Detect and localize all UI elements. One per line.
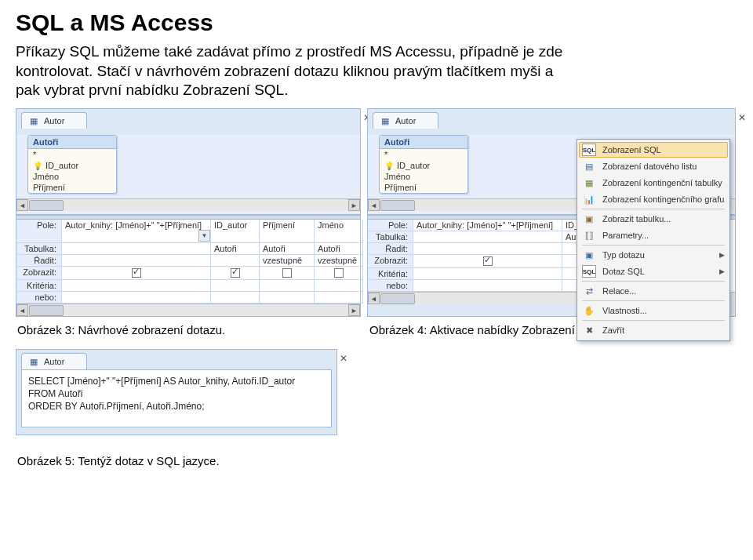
menu-item-prop[interactable]: ✋Vlastnosti...: [579, 303, 728, 318]
query-tab[interactable]: ▦ Autor: [21, 353, 87, 369]
show-checkbox[interactable]: [231, 268, 240, 278]
scroll-left-icon[interactable]: ◄: [16, 304, 28, 316]
qbe-cell[interactable]: [413, 243, 562, 255]
scroll-left-icon[interactable]: ◄: [16, 199, 28, 211]
menu-item-close[interactable]: ✖Zavřít: [579, 322, 728, 338]
upper-hscroll[interactable]: ◄ ►: [16, 198, 360, 211]
qbe-cell[interactable]: Autor_knihy: [Jméno]+" "+[Příjmení]: [413, 220, 562, 231]
qbe-cell[interactable]: [211, 267, 260, 280]
table-box[interactable]: Autoři * 💡ID_autor Jméno Příjmení: [27, 135, 117, 194]
dropdown-icon[interactable]: ▼: [198, 230, 210, 242]
query-tab[interactable]: ▦ Autor: [373, 112, 438, 129]
key-icon: 💡: [384, 162, 394, 170]
lower-hscroll[interactable]: ◄ ►: [16, 304, 360, 316]
qbe-cell[interactable]: [211, 280, 260, 292]
qbe-label: Kritéria:: [368, 268, 413, 280]
qbe-cell[interactable]: [413, 268, 562, 280]
qbe-cell[interactable]: [62, 255, 211, 267]
show-checkbox[interactable]: [334, 268, 344, 278]
menu-item-rel[interactable]: ⇄Relace...: [579, 283, 728, 299]
qbe-cell[interactable]: [62, 243, 211, 255]
qbe-cell[interactable]: [315, 292, 363, 304]
scroll-left-icon[interactable]: ◄: [368, 293, 380, 304]
table-row[interactable]: *: [28, 149, 116, 160]
close-tab-icon[interactable]: ✕: [340, 353, 347, 364]
param-icon: ⟦⟧: [582, 229, 596, 242]
qbe-cell[interactable]: vzestupně: [260, 255, 315, 267]
table-box[interactable]: Autoři * 💡ID_autor Jméno Příjmení: [379, 135, 468, 194]
query-icon: ▦: [28, 115, 39, 126]
qbe-label: Řadit:: [16, 255, 62, 267]
menu-item-qtype[interactable]: ▣Typ dotazu▶: [579, 247, 728, 263]
sql-line: ORDER BY Autoři.Příjmení, Autoři.Jméno;: [28, 400, 325, 413]
query-icon: ▦: [380, 115, 391, 126]
scroll-thumb[interactable]: [380, 200, 415, 211]
menu-item-showtbl[interactable]: ▣Zobrazit tabulku...: [579, 211, 728, 227]
page-title: SQL a MS Access: [16, 9, 737, 36]
menu-separator: [582, 281, 725, 282]
rel-icon: ⇄: [582, 285, 596, 297]
showtbl-icon: ▣: [582, 213, 596, 225]
scroll-thumb[interactable]: [29, 200, 64, 211]
qbe-label: nebo:: [16, 292, 62, 304]
scroll-left-icon[interactable]: ◄: [368, 199, 380, 211]
qbe-cell[interactable]: [413, 255, 562, 268]
menu-item-label: Zobrazení kontingenční tabulky: [602, 178, 722, 187]
table-row[interactable]: 💡ID_autor: [380, 160, 467, 171]
qbe-cell[interactable]: Autoři: [260, 243, 315, 255]
sql-line: SELECT [Jméno]+" "+[Příjmení] AS Autor_k…: [28, 375, 325, 387]
qbe-cell[interactable]: [260, 280, 315, 292]
tab-label: Autor: [44, 116, 64, 125]
show-checkbox[interactable]: [132, 268, 141, 278]
qtype-icon: ▣: [582, 249, 596, 261]
qbe-cell[interactable]: [62, 280, 211, 292]
menu-item-chart[interactable]: 📊Zobrazení kontingenčního grafu: [579, 191, 728, 207]
qbe-cell[interactable]: Příjmení: [260, 220, 315, 243]
qbe-cell[interactable]: vzestupně: [315, 255, 363, 267]
scroll-thumb[interactable]: [29, 305, 64, 316]
menu-item-pivot[interactable]: ▦Zobrazení kontingenční tabulky: [579, 175, 728, 191]
table-row[interactable]: Příjmení: [28, 182, 116, 193]
query-tab[interactable]: ▦ Autor: [21, 112, 87, 129]
qbe-cell[interactable]: [413, 280, 562, 292]
menu-item-sheet[interactable]: ▤Zobrazení datového listu: [579, 158, 728, 174]
scroll-right-icon[interactable]: ►: [348, 304, 360, 316]
scroll-right-icon[interactable]: ►: [348, 199, 360, 211]
scroll-thumb[interactable]: [380, 293, 415, 304]
qbe-cell[interactable]: [62, 292, 211, 304]
table-row[interactable]: Jméno: [28, 171, 116, 182]
table-row[interactable]: Jméno: [380, 171, 467, 182]
qbe-cell[interactable]: [315, 280, 363, 292]
qbe-cell[interactable]: [315, 267, 363, 280]
qbe-label: Tabulka:: [16, 243, 62, 255]
context-menu: SQLZobrazení SQL▤Zobrazení datového list…: [577, 139, 730, 341]
sql-textarea[interactable]: SELECT [Jméno]+" "+[Příjmení] AS Autor_k…: [21, 369, 332, 427]
qbe-cell[interactable]: ID_autor: [211, 220, 260, 243]
table-row[interactable]: *: [380, 149, 467, 160]
menu-item-param[interactable]: ⟦⟧Parametry...: [579, 227, 728, 243]
qbe-label: Zobrazit:: [16, 267, 62, 280]
close-tab-icon[interactable]: ✕: [738, 112, 746, 123]
qbe-cell[interactable]: Autoři: [211, 243, 260, 255]
table-row[interactable]: Příjmení: [380, 182, 467, 193]
qbe-cell[interactable]: Autoři: [315, 243, 363, 255]
show-checkbox[interactable]: [483, 256, 493, 266]
prop-icon: ✋: [582, 304, 596, 317]
menu-item-label: Zobrazení datového listu: [602, 162, 697, 171]
qbe-cell[interactable]: [62, 267, 211, 280]
menu-item-sql[interactable]: SQLZobrazení SQL: [579, 142, 728, 158]
qbe-cell[interactable]: Jméno: [315, 220, 363, 243]
menu-item-label: Zobrazení SQL: [602, 145, 661, 155]
table-row[interactable]: 💡ID_autor: [28, 160, 116, 171]
qbe-cell[interactable]: Autor_knihy: [Jméno]+" "+[Příjmení]▼: [62, 220, 211, 243]
chart-icon: 📊: [582, 193, 596, 205]
qbe-cell[interactable]: [211, 292, 260, 304]
show-checkbox[interactable]: [282, 268, 292, 278]
menu-item-qsql[interactable]: SQLDotaz SQL▶: [579, 264, 728, 279]
qbe-cell[interactable]: [260, 267, 315, 280]
tab-label: Autor: [44, 357, 64, 366]
qbe-cell[interactable]: [413, 231, 562, 243]
qbe-label: Tabulka:: [368, 231, 413, 243]
qbe-cell[interactable]: [260, 292, 315, 304]
qbe-cell[interactable]: [211, 255, 260, 267]
